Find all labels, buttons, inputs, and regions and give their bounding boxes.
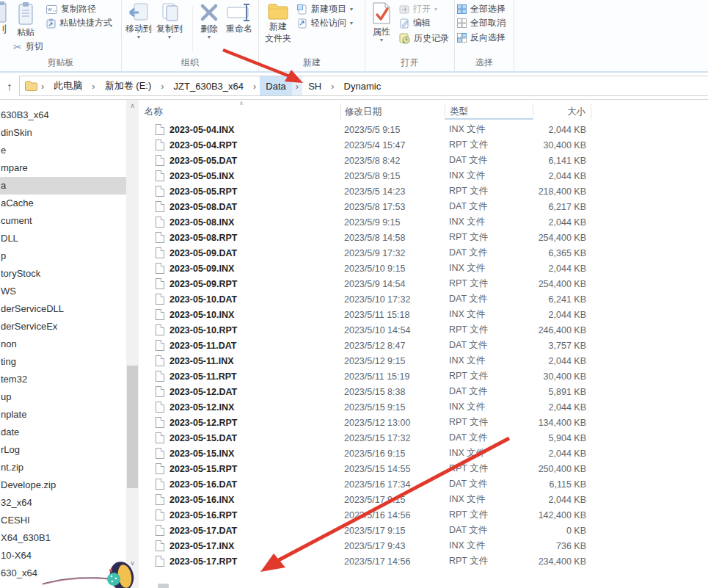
select-all-button[interactable]: 全部选择	[457, 3, 506, 15]
tree-item[interactable]: tem32	[0, 371, 126, 388]
file-row[interactable]: 2023-05-11.RPT 2023/5/11 15:19 RPT 文件 30…	[139, 369, 708, 384]
tree-item[interactable]: e	[0, 142, 126, 159]
file-row[interactable]: 2023-05-10.INX 2023/5/11 15:18 INX 文件 2,…	[139, 307, 708, 322]
copy-to-button[interactable]: 复制到 ▾	[154, 3, 185, 39]
invert-selection-button[interactable]: 反向选择	[457, 32, 506, 44]
file-row[interactable]: 2023-05-09.INX 2023/5/10 9:15 INX 文件 2,0…	[139, 261, 708, 276]
tree-item[interactable]: Develope.zip	[0, 476, 126, 494]
file-row[interactable]: 2023-05-16.RPT 2023/5/16 14:56 RPT 文件 14…	[139, 507, 708, 523]
file-row[interactable]: 2023-05-04.RPT 2023/5/4 15:47 RPT 文件 30,…	[139, 137, 708, 153]
tree-item[interactable]: CESHI	[0, 512, 126, 529]
file-row[interactable]: 2023-05-16.INX 2023/5/17 9:15 INX 文件 2,0…	[139, 492, 708, 507]
file-row[interactable]: 2023-05-09.DAT 2023/5/9 17:32 DAT 文件 6,3…	[139, 245, 708, 261]
tree-item[interactable]: mpare	[0, 159, 126, 177]
easy-access-button[interactable]: 轻松访问 ▾	[297, 17, 353, 29]
tree-scrollbar[interactable]: ∧ ∨	[126, 100, 139, 588]
tree-item[interactable]: nplate	[0, 406, 126, 424]
file-type: INX 文件	[445, 355, 533, 367]
properties-button[interactable]: 属性 ▾	[367, 1, 396, 42]
file-row[interactable]: 2023-05-08.INX 2023/5/9 9:15 INX 文件 2,04…	[139, 214, 708, 230]
sort-ascending-icon: ∧	[239, 100, 244, 106]
paste-shortcut-icon	[46, 18, 56, 29]
file-row[interactable]: 2023-05-17.DAT 2023/5/17 9:15 DAT 文件 0 K…	[139, 523, 708, 538]
file-row[interactable]: 2023-05-11.DAT 2023/5/12 8:47 DAT 文件 3,7…	[139, 338, 708, 353]
move-to-button[interactable]: 移动到 ▾	[123, 3, 154, 39]
tree-item[interactable]: DLL	[0, 230, 126, 247]
tree-item[interactable]: WS	[0, 283, 126, 300]
column-header-type[interactable]: 类型	[445, 104, 533, 120]
breadcrumb-segment[interactable]: Data	[260, 76, 291, 95]
file-row[interactable]: 2023-05-05.RPT 2023/5/5 14:23 RPT 文件 218…	[139, 184, 708, 199]
file-size: 234,400 KB	[533, 556, 591, 567]
file-row[interactable]: 2023-05-05.INX 2023/5/8 9:15 INX 文件 2,04…	[139, 168, 708, 184]
file-row[interactable]: 2023-05-08.DAT 2023/5/8 17:53 DAT 文件 6,2…	[139, 199, 708, 214]
scroll-up-icon[interactable]: ∧	[126, 100, 139, 112]
tree-item[interactable]: 32_x64	[0, 494, 126, 512]
new-folder-button[interactable]: 新建 文件夹	[262, 3, 294, 43]
tree-item[interactable]: dinSkin	[0, 124, 126, 142]
breadcrumb-segment[interactable]: 新加卷 (E:)	[99, 76, 158, 95]
tree-item[interactable]: derServiceEx	[0, 318, 126, 335]
tree-item[interactable]: ting	[0, 353, 126, 371]
file-row[interactable]: 2023-05-04.INX 2023/5/5 9:15 INX 文件 2,04…	[139, 122, 708, 137]
paste-button[interactable]: 粘贴	[10, 1, 41, 37]
breadcrumb-segment[interactable]: JZT_630B3_x64	[168, 76, 249, 95]
file-row[interactable]: 2023-05-15.RPT 2023/5/15 14:55 RPT 文件 25…	[139, 461, 708, 476]
file-row[interactable]: 2023-05-10.RPT 2023/5/10 14:54 RPT 文件 24…	[139, 322, 708, 338]
file-row[interactable]: 2023-05-12.INX 2023/5/15 9:15 INX 文件 2,0…	[139, 399, 708, 415]
column-header-size[interactable]: 大小	[533, 104, 591, 120]
tree-item[interactable]: X64_630B1	[0, 529, 126, 547]
file-type: RPT 文件	[445, 139, 533, 151]
copy-path-button[interactable]: W 复制路径	[46, 3, 96, 15]
file-row[interactable]: 2023-05-15.INX 2023/5/16 9:15 INX 文件 2,0…	[139, 446, 708, 461]
open-button[interactable]: 打开 ▾	[399, 3, 437, 15]
file-name: 2023-05-12.INX	[169, 402, 234, 413]
breadcrumb-segment[interactable]: SH	[302, 76, 327, 95]
address-bar[interactable]: › 此电脑 › 新加卷 (E:) › JZT_630B3_x64 › Data …	[19, 76, 708, 96]
tree-item[interactable]: nt.zip	[0, 459, 126, 476]
edit-button[interactable]: 编辑	[399, 17, 431, 29]
file-row[interactable]: 2023-05-17.RPT 2023/5/17 14:56 RPT 文件 23…	[139, 553, 708, 569]
tree-item[interactable]: up	[0, 388, 126, 406]
tree-item[interactable]: aCache	[0, 195, 126, 212]
tree-item[interactable]: non	[0, 335, 126, 353]
up-button[interactable]: ↑	[0, 80, 19, 92]
cut-button[interactable]: ✂ 剪切	[13, 40, 43, 53]
delete-button[interactable]: 删除 ▾	[195, 3, 223, 39]
tree-item[interactable]: 630_x64	[0, 565, 126, 582]
file-row[interactable]: 2023-05-16.DAT 2023/5/16 17:34 DAT 文件 6,…	[139, 476, 708, 492]
file-date-modified: 2023/5/15 8:38	[340, 387, 445, 397]
tree-item[interactable]: rLog	[0, 441, 126, 459]
file-row[interactable]: 2023-05-12.RPT 2023/5/12 13:00 RPT 文件 13…	[139, 415, 708, 430]
tree-item[interactable]: derServiceDLL	[0, 300, 126, 318]
tree-item[interactable]: cument	[0, 212, 126, 230]
column-header-date-modified[interactable]: 修改日期	[340, 104, 445, 120]
tree-scrollbar-thumb[interactable]	[127, 366, 138, 488]
tree-item[interactable]: toryStock	[0, 265, 126, 283]
tree-item[interactable]: 10-X64	[0, 547, 126, 565]
deselect-all-button[interactable]: 全部取消	[457, 17, 506, 29]
file-row[interactable]: 2023-05-09.RPT 2023/5/9 14:54 RPT 文件 254…	[139, 276, 708, 291]
paste-shortcut-button[interactable]: 粘贴快捷方式	[46, 17, 112, 29]
file-row[interactable]: 2023-05-05.DAT 2023/5/8 8:42 DAT 文件 6,14…	[139, 153, 708, 168]
tree-item[interactable]: p	[0, 247, 126, 265]
tree-item[interactable]: a	[0, 177, 126, 195]
history-button[interactable]: 历史记录	[399, 32, 449, 45]
rename-button[interactable]: 重命名	[222, 3, 257, 34]
tree-item[interactable]: date	[0, 424, 126, 441]
file-row[interactable]: 2023-05-11.INX 2023/5/12 9:15 INX 文件 2,0…	[139, 353, 708, 369]
tree-item[interactable]: 630B3_x64	[0, 106, 126, 124]
file-type: INX 文件	[445, 493, 533, 506]
file-row[interactable]: 2023-05-17.INX 2023/5/17 9:43 INX 文件 736…	[139, 538, 708, 553]
easy-access-icon	[297, 18, 307, 29]
breadcrumb-segment[interactable]: Dynamic	[338, 76, 387, 95]
file-row[interactable]: 2023-05-10.DAT 2023/5/10 17:32 DAT 文件 6,…	[139, 291, 708, 307]
file-row[interactable]: 2023-05-15.DAT 2023/5/15 17:32 DAT 文件 5,…	[139, 430, 708, 446]
file-date-modified: 2023/5/4 15:47	[340, 140, 445, 150]
new-item-button[interactable]: 新建项目 ▾	[297, 3, 353, 15]
file-row[interactable]: 2023-05-08.RPT 2023/5/8 14:58 RPT 文件 254…	[139, 230, 708, 245]
file-row[interactable]: 2023-05-12.DAT 2023/5/15 8:38 DAT 文件 5,8…	[139, 384, 708, 399]
scroll-down-icon[interactable]: ∨	[126, 557, 139, 569]
breadcrumb-segment[interactable]: 此电脑	[48, 76, 88, 95]
file-date-modified: 2023/5/5 14:23	[340, 186, 445, 197]
